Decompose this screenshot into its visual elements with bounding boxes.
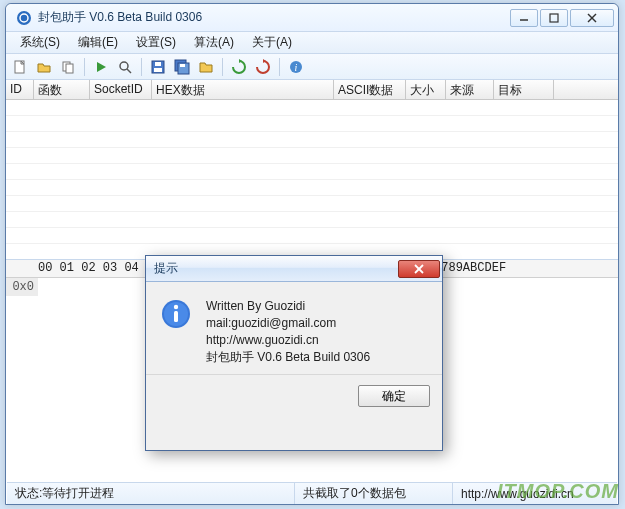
svg-rect-13 bbox=[154, 68, 162, 72]
svg-rect-26 bbox=[174, 311, 178, 322]
menu-settings[interactable]: 设置(S) bbox=[128, 32, 184, 53]
dialog-version: 封包助手 V0.6 Beta Build 0306 bbox=[206, 349, 370, 366]
about-dialog: 提示 Written By Guozidi mail:guozidi@gmail… bbox=[145, 255, 443, 451]
svg-rect-2 bbox=[550, 14, 558, 22]
search-icon[interactable] bbox=[115, 57, 135, 77]
svg-rect-7 bbox=[66, 64, 73, 73]
dialog-url: http://www.guozidi.cn bbox=[206, 332, 370, 349]
dialog-body: Written By Guozidi mail:guozidi@gmail.co… bbox=[146, 282, 442, 374]
status-count: 共截取了0个数据包 bbox=[295, 483, 453, 504]
col-source[interactable]: 来源 bbox=[446, 80, 494, 99]
svg-rect-16 bbox=[180, 64, 185, 67]
toolbar-separator bbox=[279, 58, 280, 76]
dialog-title: 提示 bbox=[154, 260, 398, 277]
ok-button[interactable]: 确定 bbox=[358, 385, 430, 407]
window-controls bbox=[510, 9, 614, 27]
col-function[interactable]: 函数 bbox=[34, 80, 90, 99]
close-button[interactable] bbox=[570, 9, 614, 27]
table-row bbox=[6, 212, 618, 228]
statusbar: 状态:等待打开进程 共截取了0个数据包 http://www.guozidi.c… bbox=[7, 482, 617, 504]
status-url[interactable]: http://www.guozidi.cn bbox=[453, 483, 617, 504]
dialog-titlebar: 提示 bbox=[146, 256, 442, 282]
menu-about[interactable]: 关于(A) bbox=[244, 32, 300, 53]
col-socketid[interactable]: SocketID bbox=[90, 80, 152, 99]
dialog-email: mail:guozidi@gmail.com bbox=[206, 315, 370, 332]
col-size[interactable]: 大小 bbox=[406, 80, 446, 99]
col-target[interactable]: 目标 bbox=[494, 80, 554, 99]
recycle-green-icon[interactable] bbox=[229, 57, 249, 77]
grid-body[interactable] bbox=[6, 100, 618, 260]
menu-system[interactable]: 系统(S) bbox=[12, 32, 68, 53]
status-state: 状态:等待打开进程 bbox=[7, 483, 295, 504]
grid-header: ID 函数 SocketID HEX数据 ASCII数据 大小 来源 目标 bbox=[6, 80, 618, 100]
info-icon[interactable]: i bbox=[286, 57, 306, 77]
hex-address: 0x0 bbox=[6, 278, 38, 296]
svg-rect-12 bbox=[155, 62, 161, 66]
minimize-button[interactable] bbox=[510, 9, 538, 27]
table-row bbox=[6, 100, 618, 116]
save-icon[interactable] bbox=[148, 57, 168, 77]
svg-text:i: i bbox=[295, 62, 298, 73]
col-id[interactable]: ID bbox=[6, 80, 34, 99]
menu-edit[interactable]: 编辑(E) bbox=[70, 32, 126, 53]
menu-algorithm[interactable]: 算法(A) bbox=[186, 32, 242, 53]
titlebar: 封包助手 V0.6 Beta Build 0306 bbox=[6, 4, 618, 32]
col-asciidata[interactable]: ASCII数据 bbox=[334, 80, 406, 99]
toolbar-separator bbox=[84, 58, 85, 76]
window-title: 封包助手 V0.6 Beta Build 0306 bbox=[38, 9, 510, 26]
folder-icon[interactable] bbox=[196, 57, 216, 77]
table-row bbox=[6, 116, 618, 132]
svg-point-0 bbox=[17, 11, 31, 25]
svg-point-9 bbox=[120, 62, 128, 70]
dialog-close-button[interactable] bbox=[398, 260, 440, 278]
dialog-text: Written By Guozidi mail:guozidi@gmail.co… bbox=[206, 298, 370, 366]
svg-point-25 bbox=[174, 305, 178, 309]
new-icon[interactable] bbox=[10, 57, 30, 77]
col-hexdata[interactable]: HEX数据 bbox=[152, 80, 334, 99]
save-all-icon[interactable] bbox=[172, 57, 192, 77]
dialog-author: Written By Guozidi bbox=[206, 298, 370, 315]
toolbar-separator bbox=[222, 58, 223, 76]
copy-icon[interactable] bbox=[58, 57, 78, 77]
svg-marker-8 bbox=[97, 62, 106, 72]
packet-grid[interactable]: ID 函数 SocketID HEX数据 ASCII数据 大小 来源 目标 bbox=[6, 80, 618, 260]
play-icon[interactable] bbox=[91, 57, 111, 77]
table-row bbox=[6, 180, 618, 196]
toolbar: i bbox=[6, 54, 618, 80]
menubar: 系统(S) 编辑(E) 设置(S) 算法(A) 关于(A) bbox=[6, 32, 618, 54]
info-icon bbox=[160, 298, 192, 330]
app-icon bbox=[16, 10, 32, 26]
svg-line-10 bbox=[127, 69, 131, 73]
table-row bbox=[6, 132, 618, 148]
table-row bbox=[6, 196, 618, 212]
maximize-button[interactable] bbox=[540, 9, 568, 27]
toolbar-separator bbox=[141, 58, 142, 76]
dialog-button-row: 确定 bbox=[146, 374, 442, 417]
open-icon[interactable] bbox=[34, 57, 54, 77]
recycle-red-icon[interactable] bbox=[253, 57, 273, 77]
table-row bbox=[6, 148, 618, 164]
table-row bbox=[6, 228, 618, 244]
table-row bbox=[6, 164, 618, 180]
